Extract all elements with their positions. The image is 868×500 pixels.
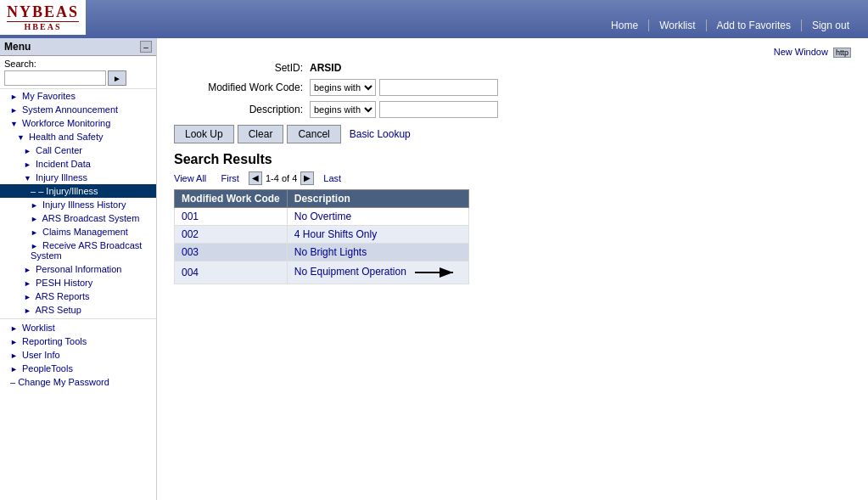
triangle-icon: ► <box>24 279 31 288</box>
layout: Menu – Search: ► ► My Favorites ► System… <box>0 38 868 500</box>
sidebar-header: Menu – <box>0 38 156 56</box>
description-link[interactable]: No Equipment Operation <box>294 266 406 278</box>
search-results-title: Search Results <box>174 152 851 167</box>
sidebar-item-call-center[interactable]: ► Call Center <box>0 143 156 157</box>
view-all-link[interactable]: View All <box>174 173 206 183</box>
cancel-button[interactable]: Cancel <box>287 125 340 143</box>
new-window-link[interactable]: New Window <box>774 47 828 57</box>
annotation-arrow-icon <box>411 264 462 281</box>
top-right-bar: New Window http <box>174 47 851 58</box>
logo: NYBEAS HBEAS <box>0 0 86 35</box>
nav-worklist[interactable]: Worklist <box>649 20 706 31</box>
sidebar-search-row: ► <box>4 70 152 86</box>
sidebar-item-injury-illness-history[interactable]: ► Injury Illness History <box>0 198 156 211</box>
column-header-description: Description <box>287 190 468 208</box>
triangle-icon: ► <box>24 293 31 301</box>
next-page-button[interactable]: ▶ <box>300 171 314 185</box>
sidebar-item-people-tools[interactable]: ► PeopleTools <box>0 362 156 375</box>
open-triangle-icon: ▼ <box>24 174 31 183</box>
results-table: Modified Work Code Description 001No Ove… <box>174 189 469 284</box>
modified-work-code-label: Modified Work Code: <box>174 81 310 93</box>
sidebar-item-injury-illness-active[interactable]: – – Injury/Illness <box>0 184 156 198</box>
sidebar: Menu – Search: ► ► My Favorites ► System… <box>0 38 157 500</box>
separator <box>0 318 156 319</box>
description-label: Description: <box>174 104 310 115</box>
button-row: Look Up Clear Cancel Basic Lookup <box>174 125 851 143</box>
triangle-icon: ► <box>24 147 31 155</box>
prev-page-button[interactable]: ◀ <box>249 171 262 185</box>
triangle-icon: ► <box>10 93 18 101</box>
open-triangle-icon: ▼ <box>17 133 25 142</box>
logo-hbeas: HBEAS <box>7 21 79 31</box>
form-section: SetID: ARSID Modified Work Code: begins … <box>174 62 851 118</box>
sidebar-item-user-info[interactable]: ► User Info <box>0 348 156 362</box>
setid-row: SetID: ARSID <box>174 62 851 74</box>
header: NYBEAS HBEAS Home Worklist Add to Favori… <box>0 0 868 38</box>
sidebar-item-claims-management[interactable]: ► Claims Management <box>0 225 156 239</box>
nav-sign-out[interactable]: Sign out <box>802 20 860 31</box>
table-cell-code: 001 <box>175 208 288 226</box>
triangle-icon: ► <box>31 201 38 210</box>
sidebar-item-pesh-history[interactable]: ► PESH History <box>0 276 156 289</box>
code-link[interactable]: 001 <box>182 211 199 222</box>
description-operator[interactable]: begins with contains = <box>310 101 376 118</box>
first-link[interactable]: First <box>221 173 239 183</box>
table-row: 001No Overtime <box>175 208 469 226</box>
main-content: New Window http SetID: ARSID Modified Wo… <box>157 38 868 500</box>
description-link[interactable]: No Bright Lights <box>294 246 367 258</box>
sidebar-item-health-safety[interactable]: ▼ Health and Safety <box>0 130 156 143</box>
code-link[interactable]: 003 <box>182 246 199 258</box>
description-row: Description: begins with contains = <box>174 101 851 118</box>
triangle-icon: ► <box>31 242 38 250</box>
triangle-icon: ► <box>24 306 31 315</box>
sidebar-item-change-password[interactable]: – Change My Password <box>0 375 156 389</box>
table-cell-code: 002 <box>175 226 288 244</box>
setid-value: ARSID <box>310 62 341 74</box>
sidebar-item-workforce-monitoring[interactable]: ▼ Workforce Monitoring <box>0 116 156 130</box>
basic-lookup-link[interactable]: Basic Lookup <box>350 128 411 140</box>
sidebar-item-personal-information[interactable]: ► Personal Information <box>0 262 156 276</box>
nav-add-to-favorites[interactable]: Add to Favorites <box>707 20 802 31</box>
table-row: 0024 Hour Shifts Only <box>175 226 469 244</box>
sidebar-item-receive-ars[interactable]: ► Receive ARS Broadcast System <box>0 239 156 262</box>
table-cell-description: No Overtime <box>287 208 468 226</box>
sidebar-search-section: Search: ► <box>0 56 156 89</box>
code-link[interactable]: 002 <box>182 228 199 240</box>
code-link[interactable]: 004 <box>182 267 199 278</box>
sidebar-collapse-button[interactable]: – <box>140 41 152 53</box>
sidebar-search-input[interactable] <box>4 70 106 86</box>
triangle-icon: ► <box>10 351 18 360</box>
sidebar-item-my-favorites[interactable]: ► My Favorites <box>0 89 156 103</box>
table-row: 003No Bright Lights <box>175 244 469 261</box>
modified-work-code-operator[interactable]: begins with contains = <box>310 79 376 96</box>
clear-button[interactable]: Clear <box>238 125 284 143</box>
sidebar-item-reporting-tools[interactable]: ► Reporting Tools <box>0 334 156 348</box>
look-up-button[interactable]: Look Up <box>174 125 234 143</box>
table-cell-description: No Equipment Operation <box>287 261 468 284</box>
open-triangle-icon: ▼ <box>10 120 18 128</box>
table-cell-code: 003 <box>175 244 288 261</box>
pagination-info: 1-4 of 4 <box>266 173 297 183</box>
logo-nybeas: NYBEAS <box>7 3 79 21</box>
table-row: 004No Equipment Operation <box>175 261 469 284</box>
triangle-icon: ► <box>10 365 18 374</box>
sidebar-item-incident-data[interactable]: ► Incident Data <box>0 157 156 171</box>
http-icon[interactable]: http <box>833 48 851 58</box>
sidebar-item-ars-broadcast-system[interactable]: ► ARS Broadcast System <box>0 211 156 225</box>
last-link[interactable]: Last <box>323 173 341 183</box>
nav-home[interactable]: Home <box>601 20 649 31</box>
table-cell-code: 004 <box>175 261 288 284</box>
description-input[interactable] <box>379 101 498 118</box>
sidebar-search-button[interactable]: ► <box>108 70 126 86</box>
modified-work-code-input[interactable] <box>379 79 498 96</box>
table-cell-description: 4 Hour Shifts Only <box>287 226 468 244</box>
sidebar-item-worklist[interactable]: ► Worklist <box>0 321 156 334</box>
setid-label: SetID: <box>174 62 310 74</box>
description-link[interactable]: No Overtime <box>294 211 351 222</box>
sidebar-item-ars-reports[interactable]: ► ARS Reports <box>0 289 156 303</box>
sidebar-item-injury-illness[interactable]: ▼ Injury Illness <box>0 171 156 184</box>
sidebar-item-system-announcement[interactable]: ► System Announcement <box>0 103 156 116</box>
description-link[interactable]: 4 Hour Shifts Only <box>294 228 377 240</box>
sidebar-item-ars-setup[interactable]: ► ARS Setup <box>0 303 156 317</box>
dash-icon: – <box>31 186 38 196</box>
